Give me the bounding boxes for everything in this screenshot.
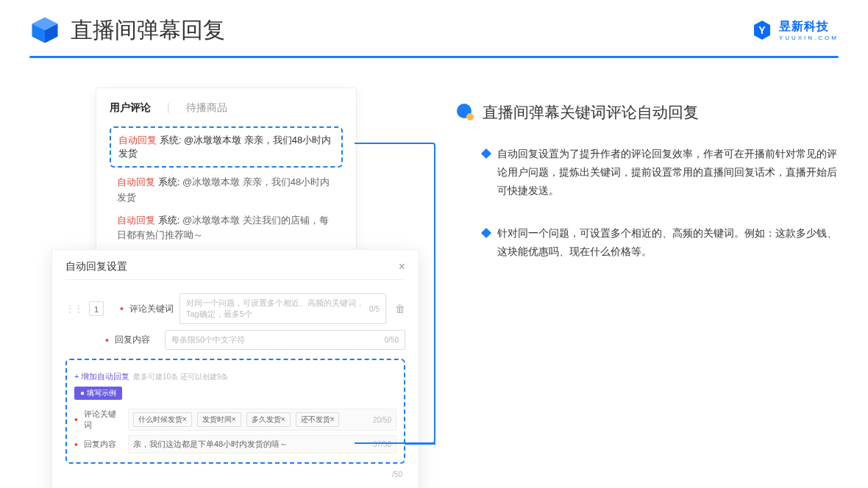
- keyword-label: 评论关键词: [129, 303, 174, 315]
- system-tag: 系统:: [158, 215, 180, 226]
- char-count: 37/50: [373, 440, 391, 448]
- required-dot: •: [105, 334, 109, 346]
- content-label: 回复内容: [115, 334, 159, 346]
- keyword-tag[interactable]: 还不发货×: [296, 412, 340, 427]
- comments-panel: 用户评论 | 待播商品 自动回复 系统: @冰墩墩本墩 亲亲，我们48小时内发货…: [96, 87, 357, 262]
- section-title: 直播间弹幕关键词评论自动回复: [483, 102, 699, 123]
- ex-keyword-box: 什么时候发货× 发货时间× 多久发货× 还不发货× 20/50: [128, 409, 396, 431]
- dialog-title: 自动回复设置: [65, 260, 127, 273]
- example-badge: ● 填写示例: [74, 387, 122, 400]
- system-tag: 系统:: [160, 134, 182, 146]
- tab-user-comments[interactable]: 用户评论: [110, 101, 151, 115]
- system-tag: 系统:: [158, 176, 180, 187]
- row-number: 1: [89, 301, 104, 316]
- ex-content-label: 回复内容: [84, 439, 122, 450]
- tab-separator: |: [167, 101, 170, 115]
- brand-name: 昱新科技: [779, 19, 839, 35]
- diamond-icon: [481, 148, 491, 159]
- char-count: 0/50: [385, 336, 399, 344]
- required-dot: •: [120, 303, 124, 315]
- message-item: 自动回复 系统: @冰墩墩本墩 关注我们的店铺，每日都有热门推荐呦～: [110, 206, 343, 244]
- keyword-tag[interactable]: 发货时间×: [197, 412, 241, 427]
- char-count: 0/5: [369, 305, 380, 313]
- chat-bubble-icon: [456, 103, 475, 122]
- auto-reply-tag: 自动回复: [117, 215, 155, 226]
- brand-domain: YUUXIN.COM: [779, 35, 839, 41]
- auto-reply-tag: 自动回复: [117, 176, 155, 187]
- screenshot-composite: 用户评论 | 待播商品 自动回复 系统: @冰墩墩本墩 亲亲，我们48小时内发货…: [51, 87, 427, 284]
- diamond-icon: [481, 227, 491, 237]
- brand-icon: Y: [751, 19, 773, 41]
- description-panel: 直播间弹幕关键词评论自动回复 自动回复设置为了提升作者的评论回复效率，作者可在开…: [456, 87, 839, 284]
- ex-keyword-label: 评论关键词: [84, 409, 122, 431]
- content-input[interactable]: 每条限50个中文字符 0/50: [165, 330, 405, 350]
- placeholder-text: 每条限50个中文字符: [171, 334, 245, 345]
- bullet-point: 针对同一个问题，可设置多个相近的、高频的关键词。例如：这款多少钱、这块能优惠吗、…: [456, 224, 839, 261]
- page-title: 直播间弹幕回复: [71, 15, 225, 46]
- keyword-tag[interactable]: 多久发货×: [246, 412, 291, 427]
- close-icon[interactable]: ×: [399, 260, 405, 273]
- ex-content-box: 亲，我们这边都是下单48小时内发货的嘻～ 37/50: [128, 435, 396, 453]
- svg-point-5: [466, 113, 474, 121]
- char-count: 20/50: [373, 416, 391, 424]
- required-dot: •: [74, 414, 78, 426]
- cube-icon: [29, 15, 60, 46]
- example-box: + 增加自动回复 最多可建10条 还可以创建9条 ● 填写示例 • 评论关键词 …: [65, 359, 405, 464]
- svg-text:Y: Y: [758, 24, 766, 36]
- message-item: 自动回复 系统: @冰墩墩本墩 亲亲，我们48小时内发货: [110, 168, 343, 206]
- drag-handle-icon[interactable]: ⋮⋮: [65, 304, 83, 314]
- trash-icon[interactable]: 🗑: [395, 303, 405, 315]
- bullet-text: 针对同一个问题，可设置多个相近的、高频的关键词。例如：这款多少钱、这块能优惠吗、…: [497, 224, 839, 261]
- keyword-input[interactable]: 对同一个问题，可设置多个相近、高频的关键词，Tag确定，最多5个 0/5: [179, 293, 386, 324]
- ex-content-text: 亲，我们这边都是下单48小时内发货的嘻～: [133, 439, 288, 450]
- page-header: 直播间弹幕回复 Y 昱新科技 YUUXIN.COM: [0, 0, 868, 53]
- brand-block: Y 昱新科技 YUUXIN.COM: [751, 19, 839, 41]
- placeholder-text: 对同一个问题，可设置多个相近、高频的关键词，Tag确定，最多5个: [186, 298, 369, 320]
- bullet-point: 自动回复设置为了提升作者的评论回复效率，作者可在开播前针对常见的评论用户问题，提…: [456, 145, 839, 201]
- add-auto-reply-link[interactable]: + 增加自动回复: [74, 372, 129, 381]
- limit-hint: 最多可建10条 还可以创建9条: [133, 373, 228, 381]
- highlighted-message: 自动回复 系统: @冰墩墩本墩 亲亲，我们48小时内发货: [110, 126, 343, 168]
- tab-pending-products[interactable]: 待播商品: [186, 101, 227, 115]
- bullet-text: 自动回复设置为了提升作者的评论回复效率，作者可在开播前针对常见的评论用户问题，提…: [497, 145, 839, 201]
- tail-count: /50: [392, 470, 402, 478]
- auto-reply-tag: 自动回复: [118, 134, 157, 146]
- keyword-tag[interactable]: 什么时候发货×: [133, 412, 192, 427]
- required-dot: •: [74, 439, 78, 451]
- auto-reply-settings-panel: 自动回复设置 × ⋮⋮ 1 • 评论关键词 对同一个问题，可设置多个相近、高频的…: [51, 249, 419, 488]
